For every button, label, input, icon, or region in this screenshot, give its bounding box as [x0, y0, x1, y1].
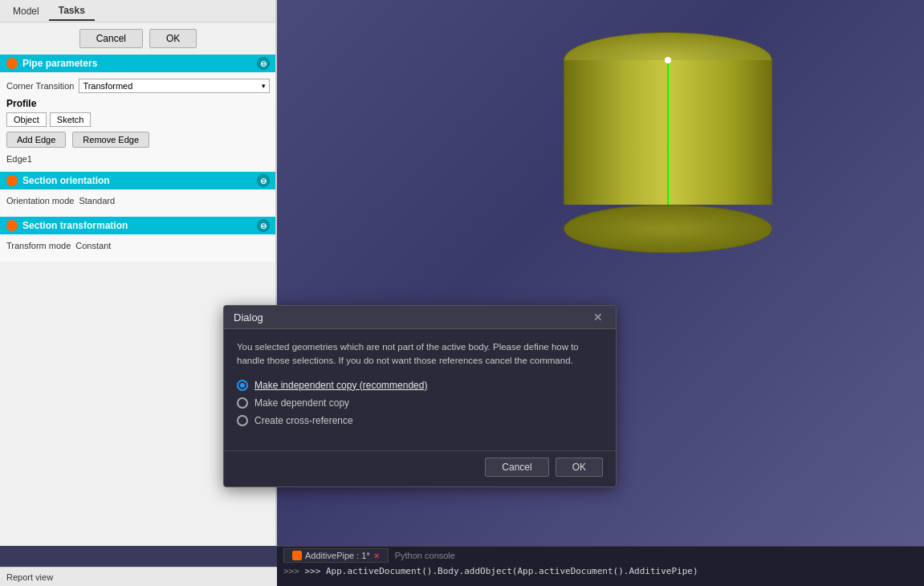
section-transformation-icon: [6, 220, 18, 231]
python-console: AdditivePipe : 1* ✕ Python console >>> >…: [277, 546, 924, 586]
transform-mode-label: Transform mode: [6, 241, 71, 250]
edge1-label: Edge1: [6, 153, 270, 165]
section-orientation-body: Orientation mode Standard: [0, 189, 276, 217]
section-orientation-collapse[interactable]: ⊖: [257, 174, 270, 187]
cylinder-container: [556, 32, 780, 193]
section-transformation-title: Section transformation: [22, 220, 128, 231]
console-tabs-bar: AdditivePipe : 1* ✕ Python console: [277, 547, 924, 564]
additive-pipe-tab-label: AdditivePipe : 1*: [305, 551, 370, 560]
console-code: >>> App.activeDocument().Body.addObject(…: [305, 566, 698, 576]
cancel-button[interactable]: Cancel: [79, 29, 143, 48]
additive-pipe-close-icon[interactable]: ✕: [373, 551, 380, 560]
dialog-title: Dialog: [234, 311, 263, 324]
orientation-mode-row: Orientation mode Standard: [6, 196, 270, 206]
transform-mode-value: Constant: [75, 241, 111, 250]
section-orientation-header: Section orientation ⊖: [0, 172, 276, 189]
section-transformation-body: Transform mode Constant: [0, 234, 276, 262]
pipe-parameters-title: Pipe parameters: [22, 58, 97, 69]
add-edge-button[interactable]: Add Edge: [6, 132, 66, 148]
green-line: [667, 60, 669, 213]
tab-tasks[interactable]: Tasks: [49, 2, 95, 21]
dialog-cancel-button[interactable]: Cancel: [485, 458, 548, 477]
additive-pipe-tab-icon: [292, 551, 302, 560]
section-orientation-icon: [6, 175, 18, 186]
corner-transition-label: Corner Transition: [6, 81, 74, 91]
section-transformation-header: Section transformation ⊖: [0, 217, 276, 234]
dialog-footer: Cancel OK: [224, 450, 616, 486]
cylinder-body: [564, 60, 772, 205]
corner-transition-select[interactable]: Transformed ▾: [79, 79, 270, 93]
green-dot-top: [665, 57, 671, 63]
dialog-body: You selected geometries which are not pa…: [224, 329, 616, 450]
dialog-radio-group: Make independent copy (recommended) Make…: [237, 380, 603, 426]
radio-item-dependent[interactable]: Make dependent copy: [237, 397, 603, 409]
dialog-close-button[interactable]: ✕: [590, 311, 606, 324]
radio-item-independent[interactable]: Make independent copy (recommended): [237, 380, 603, 391]
orientation-mode-value: Standard: [79, 196, 115, 206]
cylinder-shape: [556, 32, 780, 193]
dialog: Dialog ✕ You selected geometries which a…: [223, 305, 617, 487]
pipe-parameters-collapse[interactable]: ⊖: [257, 57, 270, 70]
radio-item-cross-ref[interactable]: Create cross-reference: [237, 415, 603, 426]
tab-model[interactable]: Model: [3, 2, 49, 20]
panel-action-buttons: Cancel OK: [0, 22, 276, 55]
radio-label-cross-ref: Create cross-reference: [254, 415, 353, 426]
corner-transition-value: Transformed: [83, 81, 132, 91]
section-transformation-collapse[interactable]: ⊖: [257, 219, 270, 232]
edge-action-buttons: Add Edge Remove Edge: [6, 132, 270, 148]
cylinder-bottom: [564, 205, 772, 253]
radio-circle-independent: [237, 380, 248, 391]
radio-label-independent: Make independent copy (recommended): [254, 380, 427, 391]
corner-transition-arrow: ▾: [262, 82, 266, 90]
pipe-parameters-body: Corner Transition Transformed ▾ Profile …: [0, 72, 276, 172]
radio-label-dependent: Make dependent copy: [254, 397, 349, 409]
dialog-ok-button[interactable]: OK: [556, 458, 603, 477]
sketch-cell: Sketch: [50, 112, 92, 127]
orientation-mode-label: Orientation mode: [6, 196, 74, 206]
radio-circle-dependent: [237, 397, 248, 409]
remove-edge-button[interactable]: Remove Edge: [72, 132, 149, 148]
profile-heading: Profile: [6, 98, 270, 109]
tabs-bar: Model Tasks: [0, 0, 276, 22]
profile-row: Object Sketch: [6, 112, 270, 127]
corner-transition-row: Corner Transition Transformed ▾: [6, 79, 270, 93]
dialog-titlebar: Dialog ✕: [224, 306, 616, 329]
additive-pipe-tab[interactable]: AdditivePipe : 1* ✕: [283, 548, 389, 563]
section-orientation-title: Section orientation: [22, 175, 110, 186]
report-view: Report view: [0, 567, 277, 586]
ok-button[interactable]: OK: [149, 29, 197, 48]
pipe-parameters-header: Pipe parameters ⊖: [0, 55, 276, 72]
console-prompt: >>>: [283, 566, 305, 576]
dialog-message: You selected geometries which are not pa…: [237, 340, 603, 368]
transform-mode-row: Transform mode Constant: [6, 241, 270, 250]
python-console-label: Python console: [395, 551, 455, 560]
object-cell: Object: [6, 112, 47, 127]
console-content: >>> >>> App.activeDocument().Body.addObj…: [277, 564, 924, 578]
radio-circle-cross-ref: [237, 415, 248, 426]
report-view-label: Report view: [6, 572, 53, 582]
pipe-parameters-icon: [6, 58, 18, 69]
